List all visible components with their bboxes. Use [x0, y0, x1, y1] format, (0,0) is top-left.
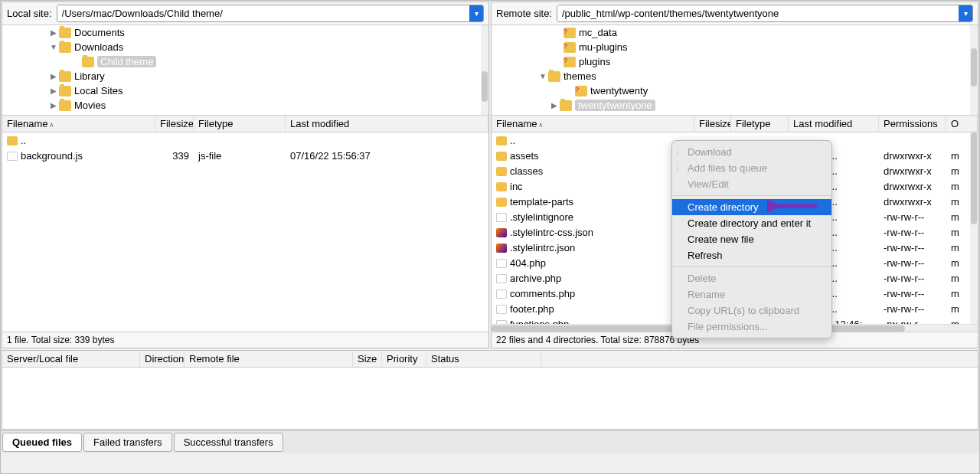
tree-item[interactable]: mu-plugins — [492, 40, 978, 54]
col-filetype-r[interactable]: Filetype — [731, 116, 789, 132]
menu-item: Copy URL(s) to clipboard — [672, 302, 831, 319]
queue-header[interactable]: Server/Local file Direction Remote file … — [2, 351, 978, 368]
local-status: 1 file. Total size: 339 bytes — [2, 332, 488, 348]
filename-label: template-parts — [510, 196, 573, 208]
tree-item-label: Local Sites — [74, 85, 123, 96]
col-filename-r[interactable]: Filename — [496, 118, 537, 129]
remote-files-scrollbar[interactable] — [970, 132, 978, 324]
remote-path-input[interactable] — [557, 5, 959, 21]
download-icon: ↓ — [675, 146, 680, 155]
cell: m — [946, 164, 962, 178]
remote-path-combo[interactable]: ▾ — [557, 5, 973, 22]
col-filename[interactable]: Filename — [7, 118, 47, 129]
col-permissions[interactable]: Permissions — [879, 116, 946, 132]
col-direction[interactable]: Direction — [140, 351, 185, 367]
folder-unknown-icon — [575, 86, 587, 96]
menu-item: ↓Add files to queue — [672, 160, 831, 176]
disclosure-icon[interactable]: ▶ — [48, 87, 59, 95]
folder-icon — [496, 198, 507, 207]
tree-item[interactable]: ▶twentytwentyone — [492, 98, 978, 113]
tree-item[interactable]: Child theme — [2, 54, 488, 69]
tree-item[interactable]: plugins — [492, 54, 978, 69]
filename-label: .. — [21, 135, 26, 146]
cell: m — [946, 302, 962, 316]
tab-successful-transfers[interactable]: Successful transfers — [174, 433, 283, 452]
disclosure-icon[interactable]: ▼ — [48, 43, 59, 51]
queue-body[interactable] — [2, 368, 978, 429]
local-tree-scrollbar[interactable] — [481, 25, 488, 115]
menu-item[interactable]: Create directory — [672, 199, 831, 215]
remote-dir-tree[interactable]: mc_datamu-pluginsplugins▼themestwentytwe… — [492, 25, 978, 116]
tree-item[interactable]: mc_data — [492, 25, 978, 40]
col-modified-r[interactable]: Last modified — [789, 116, 879, 132]
cell: 07/16/22 15:56:37 — [286, 149, 485, 163]
tree-item[interactable] — [492, 113, 978, 116]
download-icon: ↓ — [675, 162, 680, 172]
menu-item: Rename — [672, 286, 831, 302]
folder-icon — [548, 71, 560, 82]
cell: m — [946, 271, 962, 286]
tab-queued-files[interactable]: Queued files — [2, 433, 82, 452]
tree-item-label: twentytwentyone — [575, 100, 655, 111]
tree-item-label: Library — [74, 70, 105, 82]
tree-item[interactable]: ▶Local Sites — [2, 83, 488, 98]
file-icon — [496, 228, 507, 237]
folder-icon — [496, 167, 507, 176]
tree-item[interactable]: ▶Movies — [2, 98, 488, 113]
col-filesize-r[interactable]: Filesize — [694, 116, 731, 132]
disclosure-icon[interactable]: ▶ — [549, 101, 560, 110]
disclosure-icon[interactable]: ▼ — [537, 72, 548, 80]
col-server-local[interactable]: Server/Local file — [2, 351, 140, 367]
col-modified[interactable]: Last modified — [286, 116, 488, 132]
tree-item-label: Downloads — [74, 41, 123, 53]
local-list-header[interactable]: Filename∧ Filesize Filetype Last modifie… — [2, 116, 488, 132]
col-size[interactable]: Size — [353, 351, 382, 367]
disclosure-icon[interactable]: ▶ — [48, 101, 59, 110]
col-remote-file[interactable]: Remote file — [185, 351, 353, 367]
remote-pane: Remote site: ▾ mc_datamu-pluginsplugins▼… — [491, 2, 978, 348]
tree-item[interactable]: ▶Documents — [2, 25, 488, 40]
disclosure-icon[interactable]: ▶ — [48, 72, 59, 80]
filename-label: .stylelintignore — [510, 211, 573, 223]
tree-item[interactable]: twentytwenty — [492, 83, 978, 98]
folder-icon — [82, 57, 94, 67]
filename-label: functions.php — [510, 319, 569, 325]
file-row[interactable]: .. — [2, 132, 488, 148]
local-path-dropdown-icon[interactable]: ▾ — [469, 5, 483, 21]
menu-item-label: Download — [688, 146, 732, 158]
col-priority[interactable]: Priority — [382, 351, 426, 367]
tab-failed-transfers[interactable]: Failed transfers — [83, 433, 172, 452]
cell: drwxrwxr-x — [879, 164, 946, 178]
menu-item-label: Create directory and enter it — [688, 217, 811, 229]
disclosure-icon[interactable]: ▶ — [48, 28, 59, 37]
tree-item[interactable]: ▼Downloads — [2, 40, 488, 54]
tree-item[interactable]: ▼themes — [492, 69, 978, 83]
col-status[interactable]: Status — [426, 351, 541, 367]
tree-item[interactable]: ▶Library — [2, 69, 488, 83]
context-menu[interactable]: ↓Download↓Add files to queueView/EditCre… — [671, 140, 832, 338]
sort-asc-icon: ∧ — [49, 121, 54, 129]
menu-item[interactable]: Refresh — [672, 247, 831, 263]
col-filesize[interactable]: Filesize — [155, 116, 194, 132]
col-owner[interactable]: O — [946, 116, 978, 132]
cell — [155, 139, 194, 142]
local-dir-tree[interactable]: ▶Documents▼DownloadsChild theme▶Library▶… — [2, 25, 488, 116]
remote-tree-scrollbar[interactable] — [970, 25, 978, 115]
remote-path-dropdown-icon[interactable]: ▾ — [959, 5, 972, 21]
file-row[interactable]: background.js339js-file07/16/22 15:56:37 — [2, 148, 488, 163]
menu-item-label: Create new file — [688, 234, 754, 245]
file-icon — [496, 289, 507, 299]
remote-list-header[interactable]: Filename∧ Filesize Filetype Last modifie… — [492, 116, 978, 132]
col-filetype[interactable]: Filetype — [194, 116, 286, 132]
file-icon — [496, 213, 507, 222]
menu-item[interactable]: Create directory and enter it — [672, 215, 831, 231]
menu-separator — [672, 266, 831, 267]
local-file-list[interactable]: ..background.js339js-file07/16/22 15:56:… — [2, 132, 488, 332]
file-icon — [496, 244, 507, 253]
file-icon — [7, 152, 18, 161]
tree-item-label: Documents — [74, 27, 125, 38]
queue-tabs: Queued files Failed transfers Successful… — [1, 430, 979, 453]
menu-item[interactable]: Create new file — [672, 231, 831, 247]
local-path-combo[interactable]: ▾ — [57, 5, 484, 22]
local-path-input[interactable] — [57, 5, 469, 21]
